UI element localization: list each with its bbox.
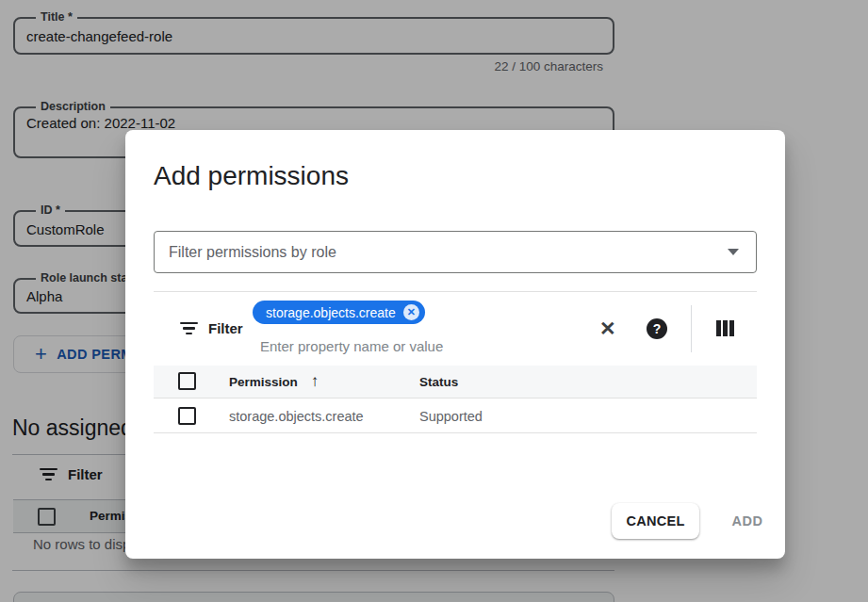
table-row[interactable]: storage.objects.create Supported xyxy=(154,399,757,433)
sort-ascending-icon[interactable]: ↑ xyxy=(311,372,319,391)
cancel-button[interactable]: CANCEL xyxy=(612,503,699,539)
chip-label: storage.objects.create xyxy=(266,305,396,320)
status-column-header[interactable]: Status xyxy=(419,375,458,389)
filter-permissions-by-role-dropdown[interactable]: Filter permissions by role xyxy=(154,231,757,273)
chip-remove-icon[interactable]: ✕ xyxy=(403,304,419,320)
dropdown-text: Filter permissions by role xyxy=(169,244,336,261)
chevron-down-icon xyxy=(728,249,739,255)
filter-list-icon xyxy=(180,322,198,335)
screen: Title * create-changefeed-role 22 / 100 … xyxy=(0,0,868,602)
row-status-cell: Supported xyxy=(419,409,483,424)
dialog-filter-bar: Filter xyxy=(180,320,243,336)
divider xyxy=(154,291,757,292)
help-icon[interactable]: ? xyxy=(647,318,667,339)
select-all-checkbox[interactable] xyxy=(178,372,196,390)
clear-filter-icon[interactable]: ✕ xyxy=(599,317,616,340)
permission-column-header[interactable]: Permission ↑ xyxy=(229,372,319,391)
add-permissions-dialog: Add permissions Filter permissions by ro… xyxy=(125,130,785,559)
column-display-options-icon[interactable] xyxy=(716,320,734,336)
permission-column-label: Permission xyxy=(229,375,298,389)
filter-input[interactable]: Enter property name or value xyxy=(260,338,443,354)
filter-label: Filter xyxy=(208,320,243,336)
add-button[interactable]: ADD xyxy=(718,503,777,539)
row-checkbox[interactable] xyxy=(178,407,196,425)
permissions-table-header: Permission ↑ Status xyxy=(154,366,757,399)
permission-filter-chip[interactable]: storage.objects.create ✕ xyxy=(253,301,425,324)
row-permission-cell: storage.objects.create xyxy=(229,409,364,424)
divider xyxy=(691,305,692,352)
dialog-title: Add permissions xyxy=(154,161,349,191)
